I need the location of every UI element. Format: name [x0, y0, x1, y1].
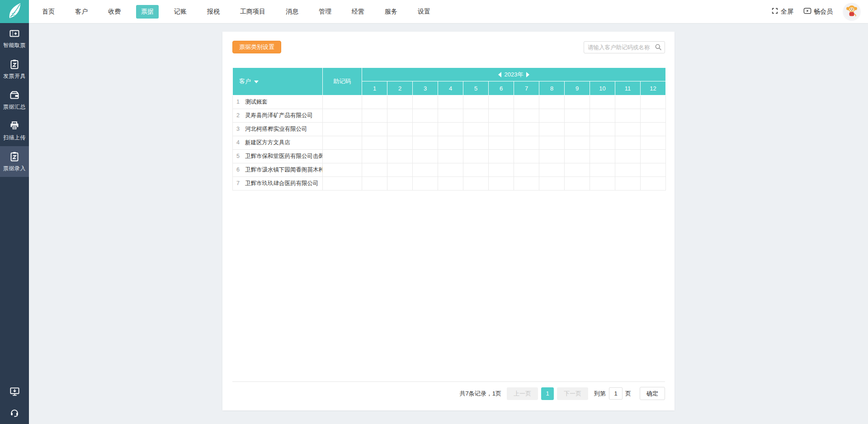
month-cell[interactable]: [514, 177, 539, 191]
month-cell[interactable]: [413, 163, 438, 177]
sidebar-item-3[interactable]: 票据汇总: [0, 85, 29, 115]
sidebar-item-4[interactable]: 扫描上传: [0, 115, 29, 146]
month-cell[interactable]: [387, 109, 413, 123]
month-cell[interactable]: [489, 123, 514, 136]
month-cell[interactable]: [565, 123, 590, 136]
customer-cell[interactable]: 3河北柯搭桦实业有限公司: [233, 123, 323, 136]
month-cell[interactable]: [387, 123, 413, 136]
month-cell[interactable]: [514, 163, 539, 177]
month-cell[interactable]: [641, 123, 666, 136]
customer-cell[interactable]: 1测试账套: [233, 95, 323, 109]
prev-page-button[interactable]: 上一页: [507, 387, 538, 400]
month-cell[interactable]: [641, 109, 666, 123]
month-cell[interactable]: [438, 150, 463, 163]
month-cell[interactable]: [615, 136, 641, 150]
month-cell[interactable]: [463, 123, 489, 136]
month-cell[interactable]: [387, 163, 413, 177]
nav-item-9[interactable]: 管理: [314, 5, 336, 19]
customer-cell[interactable]: 5卫辉市保和堂医药有限公司击磬...: [233, 150, 323, 163]
sidebar-item-1[interactable]: 智能取票: [0, 23, 29, 54]
month-cell[interactable]: [387, 177, 413, 191]
month-cell[interactable]: [539, 123, 565, 136]
customer-cell[interactable]: 4新建区方方文具店: [233, 136, 323, 150]
nav-item-5[interactable]: 记账: [169, 5, 192, 19]
month-cell[interactable]: [641, 95, 666, 109]
month-cell[interactable]: [362, 150, 387, 163]
month-cell[interactable]: [615, 123, 641, 136]
month-cell[interactable]: [590, 163, 615, 177]
ticket-category-settings-button[interactable]: 票据类别设置: [232, 41, 281, 53]
nav-item-11[interactable]: 服务: [380, 5, 402, 19]
nav-item-10[interactable]: 经营: [347, 5, 369, 19]
month-cell[interactable]: [539, 136, 565, 150]
headset-button[interactable]: [0, 403, 29, 424]
month-cell[interactable]: [362, 136, 387, 150]
month-cell[interactable]: [489, 163, 514, 177]
customer-cell[interactable]: 7卫辉市玖玖肆合医药有限公司: [233, 177, 323, 191]
customer-cell[interactable]: 2灵寿县尚泽矿产品有限公司: [233, 109, 323, 123]
month-cell[interactable]: [565, 177, 590, 191]
month-cell[interactable]: [514, 136, 539, 150]
month-cell[interactable]: [514, 123, 539, 136]
sidebar-item-5[interactable]: 票据录入: [0, 146, 29, 177]
month-cell[interactable]: [641, 163, 666, 177]
month-cell[interactable]: [615, 163, 641, 177]
month-cell[interactable]: [362, 123, 387, 136]
month-cell[interactable]: [438, 109, 463, 123]
month-cell[interactable]: [438, 95, 463, 109]
page-1-button[interactable]: 1: [541, 387, 554, 400]
goto-confirm-button[interactable]: 确定: [640, 387, 665, 400]
month-cell[interactable]: [590, 95, 615, 109]
search-input[interactable]: [584, 41, 665, 53]
nav-item-8[interactable]: 消息: [281, 5, 303, 19]
month-cell[interactable]: [565, 109, 590, 123]
avatar[interactable]: [843, 3, 861, 21]
month-cell[interactable]: [514, 95, 539, 109]
app-logo[interactable]: [0, 0, 29, 23]
month-cell[interactable]: [590, 136, 615, 150]
nav-item-1[interactable]: 首页: [37, 5, 60, 19]
nav-item-6[interactable]: 报税: [202, 5, 225, 19]
month-cell[interactable]: [539, 95, 565, 109]
month-cell[interactable]: [615, 109, 641, 123]
month-cell[interactable]: [413, 95, 438, 109]
month-cell[interactable]: [362, 95, 387, 109]
month-cell[interactable]: [362, 163, 387, 177]
month-cell[interactable]: [438, 177, 463, 191]
month-cell[interactable]: [463, 150, 489, 163]
month-cell[interactable]: [463, 109, 489, 123]
next-year-arrow-icon[interactable]: [526, 72, 529, 77]
month-cell[interactable]: [489, 177, 514, 191]
month-cell[interactable]: [565, 150, 590, 163]
month-cell[interactable]: [539, 163, 565, 177]
month-cell[interactable]: [539, 150, 565, 163]
month-cell[interactable]: [539, 177, 565, 191]
month-cell[interactable]: [463, 163, 489, 177]
month-cell[interactable]: [387, 95, 413, 109]
month-cell[interactable]: [413, 136, 438, 150]
customer-cell[interactable]: 6卫辉市汲水镇下园闻香阁苗木种...: [233, 163, 323, 177]
month-cell[interactable]: [387, 150, 413, 163]
month-cell[interactable]: [641, 136, 666, 150]
month-cell[interactable]: [387, 136, 413, 150]
monitor-download-button[interactable]: [0, 382, 29, 403]
month-cell[interactable]: [590, 123, 615, 136]
month-cell[interactable]: [590, 150, 615, 163]
month-cell[interactable]: [615, 177, 641, 191]
month-cell[interactable]: [641, 150, 666, 163]
month-cell[interactable]: [413, 123, 438, 136]
nav-item-4[interactable]: 票据: [136, 5, 159, 19]
fullscreen-button[interactable]: 全屏: [771, 7, 793, 16]
month-cell[interactable]: [438, 163, 463, 177]
month-cell[interactable]: [413, 150, 438, 163]
month-cell[interactable]: [463, 136, 489, 150]
goto-page-input[interactable]: [609, 387, 623, 400]
nav-item-7[interactable]: 工商项目: [235, 5, 270, 19]
month-cell[interactable]: [615, 95, 641, 109]
customer-column-header[interactable]: 客户: [233, 68, 323, 95]
month-cell[interactable]: [362, 109, 387, 123]
month-cell[interactable]: [413, 109, 438, 123]
month-cell[interactable]: [539, 109, 565, 123]
month-cell[interactable]: [438, 136, 463, 150]
month-cell[interactable]: [615, 150, 641, 163]
